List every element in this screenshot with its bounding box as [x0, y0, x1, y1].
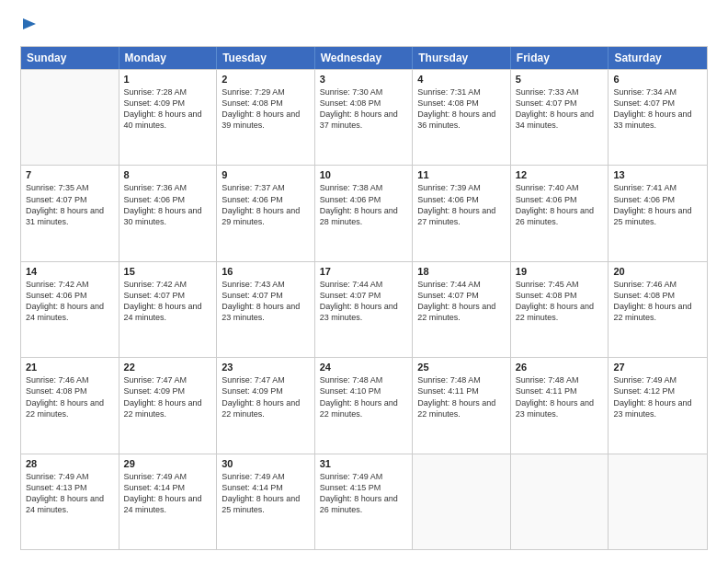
day-info: Sunrise: 7:44 AMSunset: 4:07 PMDaylight:… [320, 279, 408, 324]
day-number: 5 [516, 74, 604, 85]
day-cell-22: 22Sunrise: 7:47 AMSunset: 4:09 PMDayligh… [119, 358, 218, 453]
day-info: Sunrise: 7:40 AMSunset: 4:06 PMDaylight:… [516, 182, 604, 227]
day-info: Sunrise: 7:28 AMSunset: 4:09 PMDaylight:… [124, 86, 212, 132]
day-cell-20: 20Sunrise: 7:46 AMSunset: 4:08 PMDayligh… [609, 262, 707, 357]
day-header-saturday: Saturday [609, 47, 707, 69]
day-header-tuesday: Tuesday [217, 47, 315, 69]
day-info: Sunrise: 7:43 AMSunset: 4:07 PMDaylight:… [222, 279, 310, 324]
day-header-thursday: Thursday [413, 47, 511, 69]
day-info: Sunrise: 7:30 AMSunset: 4:08 PMDaylight:… [320, 86, 408, 132]
calendar-header: SundayMondayTuesdayWednesdayThursdayFrid… [21, 47, 707, 69]
day-cell-25: 25Sunrise: 7:48 AMSunset: 4:11 PMDayligh… [413, 358, 511, 453]
day-info: Sunrise: 7:49 AMSunset: 4:15 PMDaylight:… [320, 471, 408, 516]
day-info: Sunrise: 7:34 AMSunset: 4:07 PMDaylight:… [613, 86, 702, 132]
week-row-4: 21Sunrise: 7:46 AMSunset: 4:08 PMDayligh… [21, 357, 707, 453]
day-number: 18 [417, 266, 506, 277]
day-cell-23: 23Sunrise: 7:47 AMSunset: 4:09 PMDayligh… [217, 358, 315, 453]
day-cell-2: 2Sunrise: 7:29 AMSunset: 4:08 PMDaylight… [217, 70, 315, 165]
day-number: 16 [222, 266, 310, 277]
empty-cell [413, 454, 511, 549]
day-cell-7: 7Sunrise: 7:35 AMSunset: 4:07 PMDaylight… [21, 166, 119, 260]
calendar: SundayMondayTuesdayWednesdayThursdayFrid… [20, 46, 708, 550]
day-header-friday: Friday [511, 47, 609, 69]
day-cell-16: 16Sunrise: 7:43 AMSunset: 4:07 PMDayligh… [217, 262, 315, 357]
day-number: 31 [320, 458, 408, 469]
day-info: Sunrise: 7:29 AMSunset: 4:08 PMDaylight:… [222, 86, 310, 132]
day-number: 23 [222, 362, 310, 373]
day-cell-30: 30Sunrise: 7:49 AMSunset: 4:14 PMDayligh… [217, 454, 315, 549]
day-info: Sunrise: 7:48 AMSunset: 4:11 PMDaylight:… [516, 374, 604, 419]
day-number: 28 [26, 458, 114, 469]
logo-flag-icon [21, 17, 38, 37]
day-cell-31: 31Sunrise: 7:49 AMSunset: 4:15 PMDayligh… [315, 454, 414, 549]
day-number: 26 [516, 362, 604, 373]
day-info: Sunrise: 7:35 AMSunset: 4:07 PMDaylight:… [26, 182, 114, 227]
day-number: 4 [417, 74, 506, 85]
day-cell-27: 27Sunrise: 7:49 AMSunset: 4:12 PMDayligh… [609, 358, 707, 453]
day-info: Sunrise: 7:31 AMSunset: 4:08 PMDaylight:… [417, 86, 506, 132]
empty-cell [609, 454, 707, 549]
day-header-sunday: Sunday [21, 47, 119, 69]
day-number: 7 [26, 169, 114, 180]
day-number: 6 [613, 74, 702, 85]
day-number: 27 [613, 362, 702, 373]
day-number: 3 [320, 74, 408, 85]
day-info: Sunrise: 7:49 AMSunset: 4:13 PMDaylight:… [26, 471, 114, 516]
day-cell-26: 26Sunrise: 7:48 AMSunset: 4:11 PMDayligh… [511, 358, 609, 453]
day-cell-24: 24Sunrise: 7:48 AMSunset: 4:10 PMDayligh… [315, 358, 414, 453]
day-info: Sunrise: 7:33 AMSunset: 4:07 PMDaylight:… [516, 86, 604, 132]
day-info: Sunrise: 7:47 AMSunset: 4:09 PMDaylight:… [124, 374, 212, 419]
week-row-3: 14Sunrise: 7:42 AMSunset: 4:06 PMDayligh… [21, 261, 707, 357]
day-cell-12: 12Sunrise: 7:40 AMSunset: 4:06 PMDayligh… [511, 166, 609, 260]
day-cell-4: 4Sunrise: 7:31 AMSunset: 4:08 PMDaylight… [413, 70, 511, 165]
day-info: Sunrise: 7:37 AMSunset: 4:06 PMDaylight:… [222, 182, 310, 227]
day-cell-19: 19Sunrise: 7:45 AMSunset: 4:08 PMDayligh… [511, 262, 609, 357]
day-cell-14: 14Sunrise: 7:42 AMSunset: 4:06 PMDayligh… [21, 262, 119, 357]
header [20, 17, 708, 37]
day-info: Sunrise: 7:39 AMSunset: 4:06 PMDaylight:… [417, 182, 506, 227]
day-info: Sunrise: 7:47 AMSunset: 4:09 PMDaylight:… [222, 374, 310, 419]
week-row-1: 1Sunrise: 7:28 AMSunset: 4:09 PMDaylight… [21, 69, 707, 165]
day-cell-29: 29Sunrise: 7:49 AMSunset: 4:14 PMDayligh… [119, 454, 218, 549]
calendar-body: 1Sunrise: 7:28 AMSunset: 4:09 PMDaylight… [21, 69, 707, 549]
week-row-5: 28Sunrise: 7:49 AMSunset: 4:13 PMDayligh… [21, 454, 707, 549]
day-header-monday: Monday [119, 47, 218, 69]
day-number: 2 [222, 74, 310, 85]
day-info: Sunrise: 7:48 AMSunset: 4:11 PMDaylight:… [417, 374, 506, 419]
day-info: Sunrise: 7:48 AMSunset: 4:10 PMDaylight:… [320, 374, 408, 419]
day-number: 14 [26, 266, 114, 277]
day-cell-3: 3Sunrise: 7:30 AMSunset: 4:08 PMDaylight… [315, 70, 414, 165]
day-info: Sunrise: 7:46 AMSunset: 4:08 PMDaylight:… [613, 279, 702, 324]
svg-marker-0 [23, 18, 36, 29]
day-number: 22 [124, 362, 212, 373]
day-number: 20 [613, 266, 702, 277]
day-info: Sunrise: 7:41 AMSunset: 4:06 PMDaylight:… [613, 182, 702, 227]
day-cell-28: 28Sunrise: 7:49 AMSunset: 4:13 PMDayligh… [21, 454, 119, 549]
day-info: Sunrise: 7:42 AMSunset: 4:07 PMDaylight:… [124, 279, 212, 324]
day-cell-21: 21Sunrise: 7:46 AMSunset: 4:08 PMDayligh… [21, 358, 119, 453]
day-number: 25 [417, 362, 506, 373]
day-info: Sunrise: 7:49 AMSunset: 4:14 PMDaylight:… [222, 471, 310, 516]
day-number: 30 [222, 458, 310, 469]
day-info: Sunrise: 7:42 AMSunset: 4:06 PMDaylight:… [26, 279, 114, 324]
day-number: 21 [26, 362, 114, 373]
empty-cell [21, 70, 119, 165]
week-row-2: 7Sunrise: 7:35 AMSunset: 4:07 PMDaylight… [21, 165, 707, 260]
day-info: Sunrise: 7:44 AMSunset: 4:07 PMDaylight:… [417, 279, 506, 324]
day-info: Sunrise: 7:46 AMSunset: 4:08 PMDaylight:… [26, 374, 114, 419]
day-number: 15 [124, 266, 212, 277]
day-cell-9: 9Sunrise: 7:37 AMSunset: 4:06 PMDaylight… [217, 166, 315, 260]
day-number: 11 [417, 169, 506, 180]
day-number: 29 [124, 458, 212, 469]
day-cell-1: 1Sunrise: 7:28 AMSunset: 4:09 PMDaylight… [119, 70, 218, 165]
day-number: 9 [222, 169, 310, 180]
day-cell-11: 11Sunrise: 7:39 AMSunset: 4:06 PMDayligh… [413, 166, 511, 260]
day-info: Sunrise: 7:38 AMSunset: 4:06 PMDaylight:… [320, 182, 408, 227]
day-cell-13: 13Sunrise: 7:41 AMSunset: 4:06 PMDayligh… [609, 166, 707, 260]
day-number: 19 [516, 266, 604, 277]
day-header-wednesday: Wednesday [315, 47, 414, 69]
day-cell-5: 5Sunrise: 7:33 AMSunset: 4:07 PMDaylight… [511, 70, 609, 165]
day-info: Sunrise: 7:49 AMSunset: 4:14 PMDaylight:… [124, 471, 212, 516]
day-cell-10: 10Sunrise: 7:38 AMSunset: 4:06 PMDayligh… [315, 166, 414, 260]
day-number: 1 [124, 74, 212, 85]
